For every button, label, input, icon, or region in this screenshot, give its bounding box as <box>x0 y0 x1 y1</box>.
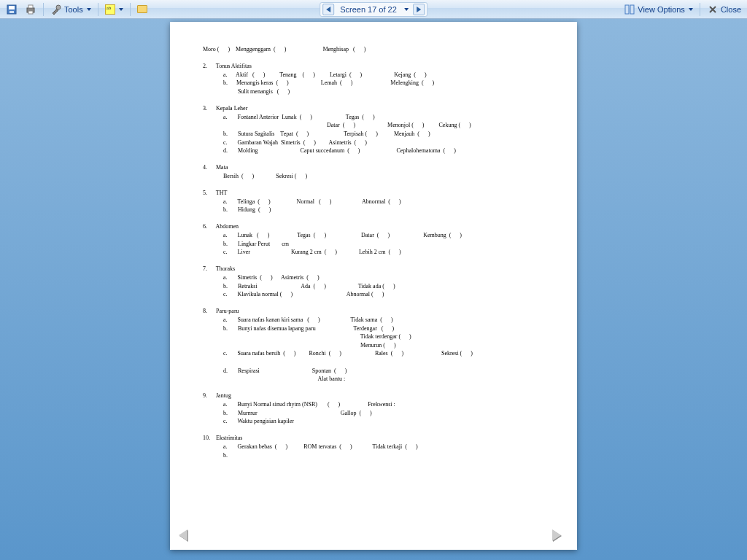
chevron-down-icon <box>87 8 91 11</box>
text-line: b. Retraksi Ada ( ) Tidak ada ( ) <box>203 282 551 291</box>
text-line: a. Simetris ( ) Asimetris ( ) <box>203 273 551 282</box>
text-line: a. Suara nafas kanan kiri sama ( ) Tidak… <box>203 316 551 324</box>
text-line: Bersih ( ) Sekresi ( ) <box>203 172 551 181</box>
svg-rect-2 <box>9 11 14 13</box>
text-line: Menurun ( ) <box>203 341 551 350</box>
chevron-down-icon <box>689 8 693 11</box>
close-label: Close <box>721 5 741 14</box>
text-line: c. Klavikula normal ( ) Abnormal ( ) <box>203 290 551 299</box>
close-button[interactable]: Close <box>704 2 744 17</box>
save-button[interactable] <box>3 2 20 17</box>
section-heading: 4. Mata <box>203 163 551 172</box>
tools-label: Tools <box>64 5 83 14</box>
separator <box>130 3 131 16</box>
arrow-left-icon <box>179 529 187 541</box>
page-prev-button[interactable] <box>179 529 195 542</box>
text-line: b. Sutura Sagitalis Tepat ( ) Terpisah (… <box>203 130 551 139</box>
page-content: Moro ( ) Menggenggam ( ) Menghisap ( ) 2… <box>170 22 577 474</box>
document-page: Moro ( ) Menggenggam ( ) Menghisap ( ) 2… <box>170 22 577 550</box>
text-line: Datar ( ) Menonjol ( ) Cekung ( ) <box>203 121 551 130</box>
print-icon <box>25 4 36 15</box>
highlight-icon <box>105 4 115 15</box>
text-line: a. Bunyi Normal sinud rhytm (NSR) ( ) Fr… <box>203 400 551 409</box>
section-heading: 6. Abdomen <box>203 222 551 231</box>
prev-screen-button[interactable] <box>322 4 334 15</box>
save-icon <box>6 4 18 15</box>
toolbar-left: Tools <box>3 2 150 17</box>
text-line: c. Liver Kurang 2 cm ( ) Lebih 2 cm ( ) <box>203 248 551 257</box>
screen-indicator[interactable]: Screen 17 of 22 <box>336 5 401 14</box>
section-heading: 2. Tonus Aktifitas <box>203 62 551 71</box>
text-line: a. Lunak ( ) Tegas ( ) Datar ( ) Kembung… <box>203 231 551 240</box>
triangle-left-icon <box>326 7 330 12</box>
page-navigator: Screen 17 of 22 <box>320 2 427 17</box>
triangle-right-icon <box>417 7 421 12</box>
view-options-button[interactable]: View Options <box>621 2 696 17</box>
section-heading: 8. Paru-paru <box>203 307 551 316</box>
text-line: b. <box>203 451 551 460</box>
next-screen-button[interactable] <box>413 4 425 15</box>
text-line: a. Telinga ( ) Normal ( ) Abnormal ( ) <box>203 198 551 206</box>
text-line: c. Suara nafas bersih ( ) Ronchi ( ) Ral… <box>203 349 551 358</box>
section-heading: 7. Thoraks <box>203 265 551 273</box>
tools-button[interactable]: Tools <box>47 2 94 17</box>
svg-rect-5 <box>28 11 33 14</box>
toolbar: Tools Screen 17 of 22 View Options Close <box>0 0 747 19</box>
chevron-down-icon <box>119 8 123 11</box>
separator <box>700 3 700 16</box>
text-line: b. Murmur Gallop ( ) <box>203 409 551 418</box>
text-line: a. Gerakan bebas ( ) ROM tervatas ( ) Ti… <box>203 443 551 451</box>
svg-rect-1 <box>9 6 15 9</box>
text-line: b. Menangis keras ( ) Lemah ( ) Melengki… <box>203 79 551 88</box>
close-icon <box>707 4 719 15</box>
svg-rect-7 <box>625 5 629 14</box>
page-next-button[interactable] <box>552 529 568 542</box>
section-heading: 9. Jantug <box>203 392 551 400</box>
view-options-icon <box>624 4 635 15</box>
view-options-label: View Options <box>638 5 685 14</box>
text-line: d. Respirasi Spontan ( ) <box>203 367 551 376</box>
folder-button[interactable] <box>134 4 150 15</box>
svg-rect-8 <box>630 5 634 14</box>
svg-point-6 <box>56 5 61 9</box>
chevron-down-icon <box>404 8 409 11</box>
tools-icon <box>50 4 62 15</box>
section-heading: 10. Ekstrimitas <box>203 434 551 443</box>
text-line: a. Fontanel Anterior Lunak ( ) Tegas ( ) <box>203 113 551 122</box>
section-heading: 3. Kepala Leher <box>203 104 551 113</box>
toolbar-right: View Options Close <box>621 2 744 17</box>
text-line: Moro ( ) Menggenggam ( ) Menghisap ( ) <box>203 45 551 54</box>
text-line: c. Waktu pengisian kapiler <box>203 417 551 426</box>
text-line: b. Bunyi nafas disemua lapang paru Terde… <box>203 324 551 333</box>
text-line: d. Molding Caput succedanum ( ) Cephaloh… <box>203 147 551 155</box>
text-line: c. Gambaran Wajah Simetris ( ) Asimetris… <box>203 139 551 147</box>
section-heading: 5. THT <box>203 189 551 198</box>
separator <box>43 3 44 16</box>
text-line: b. Lingkar Perut cm <box>203 240 551 249</box>
text-line: Sulit menangis ( ) <box>203 88 551 96</box>
print-button[interactable] <box>22 2 39 17</box>
text-line: a. Aktif ( ) Tenang ( ) Letargi ( ) Keja… <box>203 71 551 79</box>
highlight-button[interactable] <box>102 3 126 16</box>
folder-icon <box>137 5 147 13</box>
text-line: Alat bantu : <box>203 375 551 384</box>
text-line: Tidak terdengar ( ) <box>203 332 551 341</box>
separator <box>98 3 98 16</box>
arrow-right-icon <box>552 529 561 541</box>
svg-rect-4 <box>28 5 33 8</box>
text-line: b. Hidung ( ) <box>203 206 551 214</box>
